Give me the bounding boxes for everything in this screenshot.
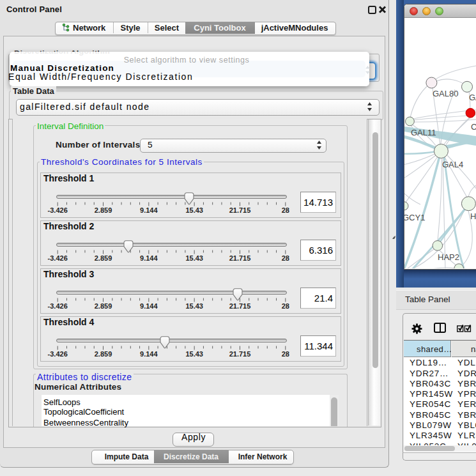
svg-text:GAL80: GAL80: [433, 89, 458, 98]
svg-text:GA: GA: [469, 93, 476, 102]
svg-text:GAL11: GAL11: [411, 128, 436, 137]
svg-text:HAP2: HAP2: [438, 252, 459, 262]
svg-text:H: H: [470, 211, 476, 221]
svg-text:GAL4: GAL4: [442, 160, 463, 169]
svg-text:C: C: [471, 122, 476, 132]
svg-text:GCY1: GCY1: [404, 213, 425, 222]
